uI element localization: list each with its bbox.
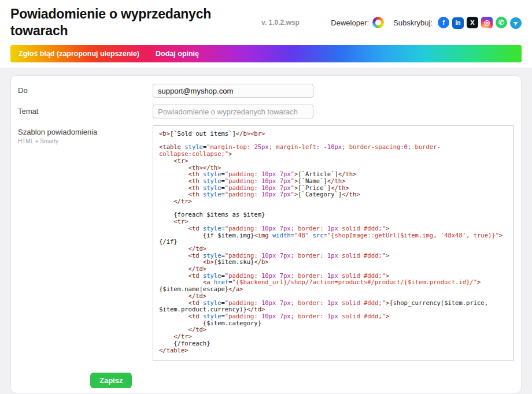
report-bug-link[interactable]: Zgłoś błąd (zaproponuj ulepszenie) (19, 50, 139, 58)
subscribe-label: Subskrybuj: (393, 18, 433, 27)
subject-row: Temat (18, 105, 514, 118)
social-icons: finX◎✆➤ (435, 17, 522, 29)
code-line: <th style="padding: 10px 7px">[`Category… (159, 191, 508, 198)
code-line: </tr> (159, 333, 508, 340)
code-line: <b>[`Sold out items`]</b><br> (159, 131, 508, 137)
app-header: Powiadomienie o wyprzedanych towarach v.… (0, 0, 532, 45)
code-line: </tr> (159, 198, 508, 205)
settings-card: Do Temat Szablon powiadomienia HTML + Sm… (10, 75, 522, 393)
code-line: collapse:collapse;"> (159, 151, 508, 158)
rainbow-nav: Zgłoś błąd (zaproponuj ulepszenie) Dodaj… (10, 45, 522, 62)
template-row: Szablon powiadomienia HTML + Smarty <b>[… (18, 125, 514, 361)
to-row: Do (18, 84, 514, 98)
developer-logo-icon[interactable] (372, 17, 384, 28)
telegram-icon[interactable]: ➤ (508, 15, 523, 31)
code-line: {$item.name|escape}</a> (159, 286, 508, 293)
app-version: v. 1.0.2.wsp (261, 18, 300, 27)
x-icon[interactable]: X (467, 17, 478, 28)
code-line: {/foreach} (159, 340, 508, 347)
subject-input[interactable] (153, 105, 313, 118)
save-button[interactable]: Zapisz (90, 373, 132, 388)
template-sublabel: HTML + Smarty (18, 138, 153, 144)
subject-label: Temat (18, 107, 38, 116)
code-line: {foreach $items as $item} (159, 211, 508, 218)
page-title: Powiadomienie o wyprzedanych towarach (10, 6, 242, 39)
code-line: </td> (159, 326, 508, 333)
to-input[interactable] (153, 84, 313, 98)
facebook-icon[interactable]: f (438, 17, 449, 28)
page: Powiadomienie o wyprzedanych towarach v.… (0, 0, 532, 394)
template-label: Szablon powiadomienia (18, 128, 97, 136)
content-area: Do Temat Szablon powiadomienia HTML + Sm… (0, 68, 532, 394)
instagram-icon[interactable]: ◎ (481, 17, 493, 28)
code-line: <b>{$item.sku}</b> (159, 259, 508, 266)
template-editor[interactable]: <b>[`Sold out items`]</b><br> <table sty… (153, 125, 514, 361)
developer-label: Deweloper: (331, 18, 369, 27)
code-line: {/if} (159, 239, 508, 246)
code-line: {$item.category} (159, 320, 508, 327)
header-right: Deweloper: Subskrybuj: finX◎✆➤ (331, 17, 522, 29)
linkedin-icon[interactable]: in (452, 17, 464, 29)
code-line: {if $item.img}<img width="48" src="{shop… (159, 232, 508, 239)
code-line: </table> (159, 347, 508, 354)
add-review-link[interactable]: Dodaj opinię (156, 50, 199, 58)
whatsapp-icon[interactable]: ✆ (496, 17, 507, 28)
to-label: Do (18, 86, 28, 95)
